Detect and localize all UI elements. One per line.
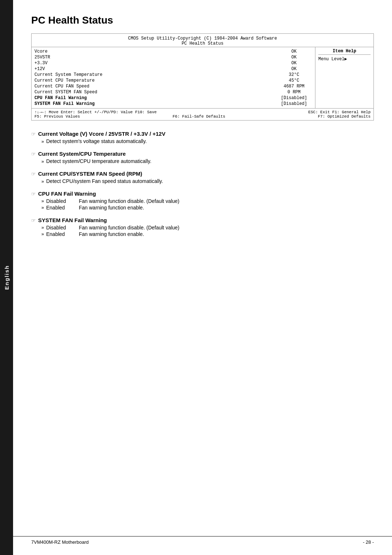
bios-help-title: Item Help — [318, 49, 371, 55]
sub-item-label: Enabled — [46, 205, 79, 211]
footer-right: - 28 - — [363, 539, 374, 545]
bios-row-value: 4687 RPM — [276, 84, 312, 89]
sub-item: »DisabledFan warning function disable. (… — [41, 198, 374, 204]
sub-item-label: Disabled — [46, 198, 79, 204]
bios-help-panel: Item Help Menu Level▶ — [315, 47, 373, 108]
sub-item: »EnabledFan warning function enable. — [41, 205, 374, 211]
arrow-bullet-icon: » — [41, 159, 44, 164]
bios-row-label: SYSTEM FAN Fail Warning — [34, 101, 107, 106]
bios-row-value: OK — [276, 49, 312, 54]
bios-row-label: 25VSTR — [34, 55, 107, 60]
bios-row-value: OK — [276, 55, 312, 60]
sub-item-label: Disabled — [46, 225, 79, 230]
section-desc-text: Detect system/CPU temperature automatica… — [46, 158, 151, 164]
sub-item: »DisabledFan warning function disable. (… — [41, 225, 374, 230]
bios-row-value: OK — [276, 61, 312, 66]
sub-item-label: Enabled — [46, 231, 79, 237]
section-cursor-icon: ☞ — [31, 131, 36, 137]
section-title-row: ☞Current Voltage (V) Vcore / 25VSTR / +3… — [31, 131, 374, 137]
section-desc: »Detect system/CPU temperature automatic… — [41, 158, 374, 164]
section-cursor-icon: ☞ — [31, 151, 36, 157]
bios-footer-f6: F6: Fail-Safe Defaults — [172, 114, 225, 119]
sub-item-desc: Fan warning function enable. — [79, 231, 144, 237]
bios-row-value: 0 RPM — [276, 90, 312, 95]
arrow-bullet-icon: » — [41, 139, 44, 144]
bios-row-value: [Disabled] — [276, 95, 312, 101]
section-sys-cpu-temp: ☞Current System/CPU Temperature»Detect s… — [31, 151, 374, 164]
bios-row: Current CPU FAN Speed4687 RPM — [34, 83, 312, 89]
bios-header-line1: CMOS Setup Utility-Copyright (C) 1984-20… — [32, 36, 373, 41]
bios-row-label: Vcore — [34, 49, 107, 54]
section-title-text: Current Voltage (V) Vcore / 25VSTR / +3.… — [38, 131, 166, 137]
section-fan-speed: ☞Current CPU/SYSTEM FAN Speed (RPM)»Dete… — [31, 171, 374, 184]
section-sys-fan-warning: ☞SYSTEM FAN Fail Warning»DisabledFan war… — [31, 217, 374, 237]
section-cursor-icon: ☞ — [31, 217, 36, 223]
bios-header-line2: PC Health Status — [32, 41, 373, 46]
section-title-row: ☞SYSTEM FAN Fail Warning — [31, 217, 374, 223]
bios-footer-f5: F5: Previous Values — [34, 114, 80, 119]
footer-left: 7VM400M-RZ Motherboard — [31, 539, 89, 545]
bios-row: +12VOK — [34, 66, 312, 72]
sections-container: ☞Current Voltage (V) Vcore / 25VSTR / +3… — [31, 131, 374, 237]
arrow-bullet-icon: » — [41, 225, 44, 230]
section-desc-text: Detect CPU/system Fan speed status autom… — [46, 178, 163, 184]
section-desc: »Detect CPU/system Fan speed status auto… — [41, 178, 374, 184]
section-title-text: CPU FAN Fail Warning — [38, 191, 96, 197]
section-title-row: ☞CPU FAN Fail Warning — [31, 191, 374, 197]
bios-row-value: [Disabled] — [276, 101, 312, 106]
arrow-bullet-icon: » — [41, 205, 44, 211]
sidebar-label: English — [4, 265, 10, 290]
bios-row-label: CPU FAN Fail Warning — [34, 95, 107, 101]
bios-row-label: +3.3V — [34, 61, 107, 66]
page-footer: 7VM400M-RZ Motherboard - 28 - — [13, 536, 392, 548]
sub-item-desc: Fan warning function enable. — [79, 205, 144, 211]
bios-main: VcoreOK25VSTROK+3.3VOK+12VOKCurrent Syst… — [32, 47, 315, 108]
bios-row: Current CPU Temperature45°C — [34, 78, 312, 83]
bios-row: 25VSTROK — [34, 54, 312, 60]
bios-row: CPU FAN Fail Warning[Disabled] — [34, 95, 312, 101]
section-title-text: Current System/CPU Temperature — [38, 151, 126, 157]
section-title-text: SYSTEM FAN Fail Warning — [38, 217, 107, 223]
section-cpu-fan-warning: ☞CPU FAN Fail Warning»DisabledFan warnin… — [31, 191, 374, 211]
bios-body: VcoreOK25VSTROK+3.3VOK+12VOKCurrent Syst… — [32, 47, 373, 108]
bios-footer-f7: F7: Optimized Defaults — [318, 114, 371, 119]
bios-row: SYSTEM FAN Fail Warning[Disabled] — [34, 101, 312, 107]
arrow-bullet-icon: » — [41, 198, 44, 204]
section-title-text: Current CPU/SYSTEM FAN Speed (RPM) — [38, 171, 142, 177]
section-title-row: ☞Current System/CPU Temperature — [31, 151, 374, 157]
sidebar: English — [0, 0, 13, 555]
arrow-bullet-icon: » — [41, 231, 44, 237]
bios-footer: ↑↓→←: Move Enter: Select +/-/PU/PD: Valu… — [32, 108, 373, 120]
bios-row-label: Current System Temperature — [34, 72, 107, 77]
sub-item-desc: Fan warning function disable. (Default v… — [79, 225, 179, 230]
bios-header: CMOS Setup Utility-Copyright (C) 1984-20… — [32, 34, 373, 47]
bios-row-value: 32°C — [276, 72, 312, 77]
section-desc: »Detect system's voltage status automati… — [41, 138, 374, 144]
section-cursor-icon: ☞ — [31, 171, 36, 177]
bios-help-text: Menu Level▶ — [318, 56, 371, 62]
main-content: PC Health Status CMOS Setup Utility-Copy… — [13, 0, 392, 258]
arrow-bullet-icon: » — [41, 179, 44, 184]
bios-screenshot: CMOS Setup Utility-Copyright (C) 1984-20… — [31, 33, 374, 121]
bios-row-label: Current SYSTEM FAN Speed — [34, 90, 107, 95]
bios-row-value: 45°C — [276, 78, 312, 83]
bios-row: Current System Temperature32°C — [34, 72, 312, 78]
section-desc-text: Detect system's voltage status automatic… — [46, 138, 147, 144]
bios-row-label: +12V — [34, 66, 107, 72]
section-voltage: ☞Current Voltage (V) Vcore / 25VSTR / +3… — [31, 131, 374, 144]
page-title: PC Health Status — [31, 15, 374, 26]
bios-row: Current SYSTEM FAN Speed0 RPM — [34, 89, 312, 95]
bios-row-label: Current CPU Temperature — [34, 78, 107, 83]
sub-items: »DisabledFan warning function disable. (… — [41, 198, 374, 211]
bios-footer-esc: ESC: Exit F1: General Help — [308, 110, 371, 114]
bios-row: +3.3VOK — [34, 60, 312, 66]
sub-item: »EnabledFan warning function enable. — [41, 231, 374, 237]
bios-row-value: OK — [276, 66, 312, 72]
bios-row: VcoreOK — [34, 49, 312, 54]
sub-items: »DisabledFan warning function disable. (… — [41, 225, 374, 237]
section-title-row: ☞Current CPU/SYSTEM FAN Speed (RPM) — [31, 171, 374, 177]
bios-row-label: Current CPU FAN Speed — [34, 84, 107, 89]
sub-item-desc: Fan warning function disable. (Default v… — [79, 198, 179, 204]
section-cursor-icon: ☞ — [31, 191, 36, 197]
bios-footer-nav: ↑↓→←: Move Enter: Select +/-/PU/PD: Valu… — [34, 110, 157, 114]
